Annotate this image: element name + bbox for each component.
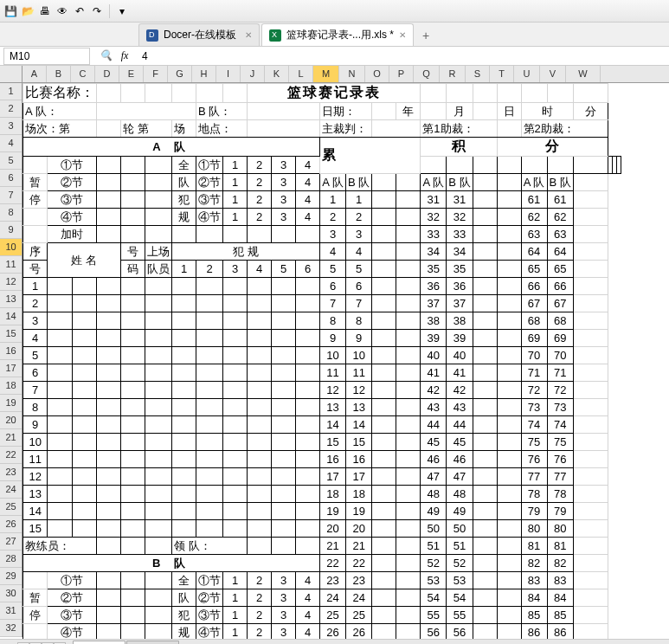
cell[interactable]	[48, 295, 72, 312]
cell[interactable]: 44	[447, 416, 473, 434]
cell[interactable]: 9	[320, 330, 346, 347]
cell[interactable]	[296, 295, 320, 312]
cell[interactable]	[248, 347, 272, 364]
cell[interactable]: 83	[547, 572, 573, 589]
cell[interactable]	[97, 174, 121, 191]
cell[interactable]: 14	[346, 416, 372, 434]
cell[interactable]	[121, 572, 145, 589]
cell[interactable]	[573, 157, 608, 174]
cell[interactable]: 86	[521, 624, 547, 640]
cell[interactable]: 暂	[23, 589, 48, 607]
cell[interactable]	[145, 382, 172, 399]
cell[interactable]: 68	[547, 312, 573, 330]
cell[interactable]: 23	[346, 572, 372, 589]
cell[interactable]	[121, 226, 145, 243]
cell[interactable]	[421, 84, 447, 103]
cell[interactable]: 姓 名	[48, 243, 121, 278]
cell[interactable]	[145, 624, 172, 640]
cell[interactable]	[473, 226, 497, 243]
cell[interactable]	[296, 226, 320, 243]
cell[interactable]: 2	[248, 157, 272, 174]
cell[interactable]: 11	[320, 364, 346, 382]
cell[interactable]: 81	[521, 538, 547, 555]
cell[interactable]	[72, 416, 96, 434]
row-header[interactable]: 10	[0, 239, 22, 256]
cell[interactable]	[573, 226, 608, 243]
cell[interactable]: 42	[421, 382, 447, 399]
cell[interactable]	[573, 347, 608, 364]
cell[interactable]	[573, 468, 608, 486]
cell[interactable]	[372, 468, 396, 486]
cell[interactable]	[97, 382, 121, 399]
cell[interactable]	[23, 624, 48, 640]
cell[interactable]	[396, 174, 421, 191]
cell[interactable]: 49	[421, 503, 447, 520]
cell[interactable]: 11	[346, 364, 372, 382]
cell[interactable]: 69	[521, 330, 547, 347]
col-header[interactable]: N	[339, 66, 365, 82]
row-header[interactable]: 32	[0, 620, 22, 637]
row-header[interactable]: 24	[0, 481, 22, 499]
cell[interactable]	[573, 486, 608, 503]
cell[interactable]	[396, 520, 421, 538]
cell[interactable]: 43	[447, 399, 473, 416]
cell[interactable]: 7	[346, 295, 372, 312]
redo-icon[interactable]: ↷	[90, 4, 104, 18]
cell[interactable]	[473, 103, 497, 120]
cell[interactable]	[272, 347, 296, 364]
col-header[interactable]: T	[490, 66, 514, 82]
cell[interactable]	[145, 607, 172, 624]
tab-file[interactable]: 篮球赛记录表-...用.xls * ✕	[261, 23, 414, 46]
cell[interactable]	[272, 226, 296, 243]
cell[interactable]	[172, 399, 196, 416]
cell[interactable]: 40	[447, 347, 473, 364]
cell[interactable]	[396, 261, 421, 278]
cell[interactable]	[497, 434, 521, 451]
cell[interactable]	[97, 295, 121, 312]
cell[interactable]	[172, 84, 196, 103]
cell[interactable]	[497, 295, 521, 312]
cell[interactable]	[372, 416, 396, 434]
cell[interactable]	[497, 209, 521, 226]
cell[interactable]	[497, 503, 521, 520]
cell[interactable]	[121, 538, 145, 555]
cell[interactable]	[196, 399, 223, 416]
col-header[interactable]: H	[192, 66, 216, 82]
cell[interactable]: 9	[23, 416, 48, 434]
cell[interactable]	[145, 503, 172, 520]
cell[interactable]: A 队	[23, 138, 320, 157]
cell[interactable]	[272, 520, 296, 538]
cell[interactable]	[396, 589, 421, 607]
cell[interactable]: 1	[223, 209, 248, 226]
cell[interactable]: 33	[421, 226, 447, 243]
cell[interactable]	[497, 589, 521, 607]
cell[interactable]: ④节	[48, 624, 97, 640]
cell[interactable]	[473, 434, 497, 451]
cell[interactable]: 52	[421, 555, 447, 572]
cell[interactable]: 73	[521, 399, 547, 416]
cell[interactable]: 18	[346, 486, 372, 503]
row-header[interactable]: 16	[0, 343, 22, 360]
cell[interactable]	[497, 278, 521, 295]
cell[interactable]	[497, 261, 521, 278]
cell[interactable]	[372, 226, 396, 243]
row-header[interactable]: 8	[0, 204, 22, 222]
cell[interactable]	[223, 520, 248, 538]
cell[interactable]: 25	[346, 607, 372, 624]
cell[interactable]: 37	[447, 295, 473, 312]
cell[interactable]: 34	[421, 243, 447, 261]
cell[interactable]	[196, 434, 223, 451]
cell[interactable]: 号	[23, 261, 48, 278]
cell[interactable]	[473, 330, 497, 347]
cell[interactable]: 1	[223, 607, 248, 624]
cell[interactable]	[473, 572, 497, 589]
cell[interactable]: 42	[447, 382, 473, 399]
cell[interactable]	[48, 416, 72, 434]
cell[interactable]	[196, 226, 223, 243]
cell[interactable]: 12	[320, 382, 346, 399]
cell[interactable]	[121, 191, 145, 209]
close-icon[interactable]: ✕	[245, 30, 252, 40]
cell[interactable]: 2	[248, 589, 272, 607]
cell[interactable]	[97, 434, 121, 451]
cell[interactable]	[372, 451, 396, 468]
